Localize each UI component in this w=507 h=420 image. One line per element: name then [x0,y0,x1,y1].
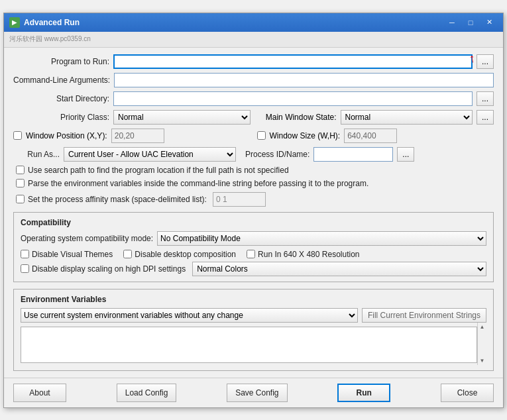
about-button[interactable]: About [13,384,66,402]
environment-group: Environment Variables Use current system… [13,289,494,371]
env-textarea[interactable] [21,327,477,363]
compat-group-title: Compatibility [21,218,486,227]
compat-os-label: Operating system compatibility mode: [21,234,153,243]
pid-browse-button[interactable]: ... [397,147,414,162]
winsize-label: Window Size (W,H): [270,131,341,140]
check2-label: Parse the environment variables inside t… [28,179,368,188]
winpos-input[interactable] [111,129,164,143]
compat-os-select[interactable]: No Compatibility Mode Windows 95 Windows… [157,231,486,246]
maximize-button[interactable]: □ [462,16,479,29]
cmdline-label: Command-Line Arguments: [13,76,110,85]
titlebar-controls: ─ □ ✕ [443,16,498,29]
watermark-bar: 河乐软件园 www.pc0359.cn [4,32,503,48]
affinity-checkbox[interactable] [16,195,25,203]
winpos-winsize-row: Window Position (X,Y): Window Size (W,H)… [13,129,494,143]
winpos-col: Window Position (X,Y): [13,129,251,143]
titlebar-title: Advanced Run [24,18,80,27]
priority-label: Priority Class: [13,113,109,122]
affinity-row: Set the process affinity mask (space-del… [16,192,494,207]
fill-env-button[interactable]: Fill Current Environment Strings [362,308,486,323]
runas-row: Run As... Current User - Allow UAC Eleva… [13,147,494,162]
compat-last-row: Disable display scaling on high DPI sett… [21,262,486,276]
compat-compose-checkbox[interactable] [123,250,132,258]
env-textarea-area: ▲ ▼ [21,323,486,365]
priority-window-row: Priority Class: Normal Idle Below Normal… [13,110,494,125]
compat-checks-row1: Disable Visual Themes Disable desktop co… [21,250,486,259]
titlebar-left: ▶ Advanced Run [9,17,80,28]
pid-label: Process ID/Name: [245,150,310,159]
compat-compose-item: Disable desktop composition [123,250,236,259]
form-content: Program to Run: ... ↑ Command-Line Argum… [4,48,503,378]
compat-640-label: Run In 640 X 480 Resolution [258,250,359,259]
program-label: Program to Run: [13,57,109,66]
startdir-browse-button[interactable]: ... [477,91,494,106]
compat-compose-label: Disable desktop composition [135,250,236,259]
compat-themes-label: Disable Visual Themes [32,250,113,259]
env-scrollbar[interactable]: ▲ ▼ [477,323,486,365]
compat-os-row: Operating system compatibility mode: No … [21,231,486,246]
check1-label: Use search path to find the program loca… [28,166,289,175]
check2-checkbox[interactable] [16,179,25,187]
winsize-checkbox[interactable] [257,131,266,140]
compatibility-group: Compatibility Operating system compatibi… [13,212,494,282]
compat-dpi-label: Disable display scaling on high DPI sett… [32,264,186,274]
affinity-input[interactable] [213,192,266,207]
env-row: Use current system environment variables… [21,308,486,323]
env-select[interactable]: Use current system environment variables… [21,308,358,323]
cmdline-row: Command-Line Arguments: [13,73,494,87]
startdir-row: Start Directory: ... [13,91,494,106]
mainwindow-browse-button[interactable]: ... [477,110,494,125]
startdir-input[interactable] [113,91,473,106]
runas-label: Run As... [13,150,60,159]
winsize-input[interactable] [344,129,397,143]
load-config-button[interactable]: Load Config [117,384,177,402]
compat-themes-item: Disable Visual Themes [21,250,113,259]
compat-themes-checkbox[interactable] [21,250,29,258]
scroll-down-arrow[interactable]: ▼ [480,358,485,364]
winsize-col: Window Size (W,H): [257,129,494,143]
program-browse-button[interactable]: ... [477,54,494,69]
close-button[interactable]: ✕ [480,16,498,29]
pid-input[interactable] [313,147,393,162]
runas-select[interactable]: Current User - Allow UAC Elevation Curre… [64,147,236,162]
save-config-button[interactable]: Save Config [227,384,287,402]
env-group-title: Environment Variables [21,295,486,304]
app-icon: ▶ [9,17,20,28]
program-row: Program to Run: ... ↑ [13,54,494,69]
titlebar: ▶ Advanced Run ─ □ ✕ [4,13,503,32]
compat-colors-select[interactable]: Normal Colors 256 Colors 65536 Colors [192,262,486,276]
scroll-up-arrow[interactable]: ▲ [480,324,485,330]
cmdline-input[interactable] [114,73,494,87]
startdir-label: Start Directory: [13,94,109,103]
priority-col: Priority Class: Normal Idle Below Normal… [13,110,251,125]
compat-640-checkbox[interactable] [247,250,255,258]
mainwindow-label: Main Window State: [257,113,337,122]
watermark-text: 河乐软件园 www.pc0359.cn [9,34,91,44]
mainwindow-col: Main Window State: Normal Minimized Maxi… [257,110,494,125]
affinity-label: Set the process affinity mask (space-del… [28,195,207,204]
check1-checkbox[interactable] [16,166,25,174]
check1-row: Use search path to find the program loca… [16,166,494,175]
compat-dpi-checkbox[interactable] [21,264,29,273]
close-button-footer[interactable]: Close [441,384,494,402]
compat-dpi-item: Disable display scaling on high DPI sett… [21,264,186,274]
run-button[interactable]: Run [337,384,390,402]
compat-640-item: Run In 640 X 480 Resolution [247,250,359,259]
winpos-label: Window Position (X,Y): [26,131,107,140]
priority-select[interactable]: Normal Idle Below Normal Above Normal Hi… [113,110,251,125]
minimize-button[interactable]: ─ [443,16,461,29]
winpos-checkbox[interactable] [13,131,22,140]
footer: About Load Config Save Config Run Close [4,378,503,407]
check2-row: Parse the environment variables inside t… [16,179,494,188]
main-window: ▶ Advanced Run ─ □ ✕ 河乐软件园 www.pc0359.cn… [3,13,504,408]
mainwindow-select[interactable]: Normal Minimized Maximized Hidden [341,110,473,125]
program-input[interactable] [113,54,473,69]
